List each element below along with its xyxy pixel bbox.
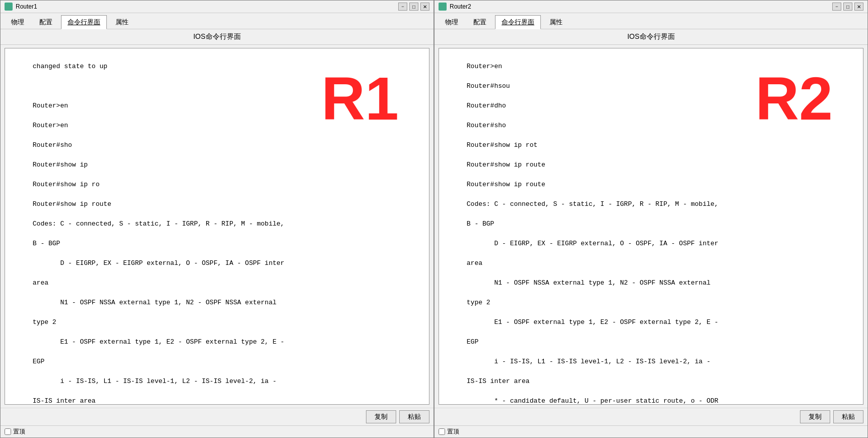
router1-paste-btn[interactable]: 粘贴 <box>399 410 429 423</box>
router1-line-13: type 2 <box>33 318 56 326</box>
router2-line-10: area <box>467 259 482 267</box>
router1-line-3: Router>en <box>33 122 68 129</box>
router1-copy-btn[interactable]: 复制 <box>366 410 396 423</box>
router1-pin-label[interactable]: 置顶 <box>5 427 25 436</box>
router1-content-area: changed state to up Router>en Router>en … <box>5 48 429 405</box>
router2-tab-wuli[interactable]: 物理 <box>439 15 465 29</box>
router2-line-3: Router#sho <box>467 122 506 129</box>
router2-maximize-btn[interactable]: □ <box>843 3 852 11</box>
router1-maximize-btn[interactable]: □ <box>409 3 418 11</box>
router2-pin-label[interactable]: 置顶 <box>439 427 459 436</box>
router1-line-14: E1 - OSPF external type 1, E2 - OSPF ext… <box>33 338 284 346</box>
router2-pin-checkbox[interactable] <box>439 428 445 435</box>
router1-pin-text: 置顶 <box>13 427 25 436</box>
router1-line-17: IS-IS inter area <box>33 397 96 405</box>
router2-footer: 置顶 <box>435 425 867 437</box>
router2-tab-bar: 物理 配置 命令行界面 属性 <box>435 13 867 29</box>
router1-pin-checkbox[interactable] <box>5 428 11 435</box>
router2-title-left: Router2 <box>439 3 471 11</box>
router2-line-1: Router#hsou <box>467 82 510 90</box>
router1-minimize-btn[interactable]: － <box>398 3 407 11</box>
router2-icon <box>439 3 447 11</box>
router1-line-7: Router#show ip route <box>33 200 111 208</box>
router1-footer: 置顶 <box>1 425 433 437</box>
router2-line-5: Router#show ip route <box>467 161 545 169</box>
router1-icon <box>5 3 13 11</box>
router1-tab-peizhi[interactable]: 配置 <box>33 15 59 29</box>
router1-ios-title: IOS命令行界面 <box>1 29 433 45</box>
router1-tab-shuxing[interactable]: 属性 <box>109 15 135 29</box>
router1-line-11: area <box>33 279 48 287</box>
router2-bottom-bar: 复制 粘贴 <box>435 408 867 425</box>
router2-copy-btn[interactable]: 复制 <box>800 410 830 423</box>
router2-line-15: i - IS-IS, L1 - IS-IS level-1, L2 - IS-I… <box>467 358 711 365</box>
router2-line-8: B - BGP <box>467 220 494 228</box>
router2-line-0: Router>en <box>467 63 502 70</box>
router1-line-16: i - IS-IS, L1 - IS-IS level-1, L2 - IS-I… <box>33 377 277 385</box>
router2-line-7: Codes: C - connected, S - static, I - IG… <box>467 200 718 208</box>
router1-tab-bar: 物理 配置 命令行界面 属性 <box>1 13 433 29</box>
router2-line-4: Router#show ip rot <box>467 141 537 149</box>
router1-line-6: Router#show ip ro <box>33 181 100 188</box>
router1-titlebar: Router1 － □ ✕ <box>1 1 433 13</box>
router1-line-12: N1 - OSPF NSSA external type 1, N2 - OSP… <box>33 299 277 306</box>
router1-line-15: EGP <box>33 358 44 365</box>
router2-ios-title: IOS命令行界面 <box>435 29 867 45</box>
router1-line-5: Router#show ip <box>33 161 88 169</box>
router1-line-8: Codes: C - connected, S - static, I - IG… <box>33 220 284 228</box>
router2-close-btn[interactable]: ✕ <box>854 3 863 11</box>
router2-window: Router2 － □ ✕ 物理 配置 命令行界面 属性 IOS命令行界面 Ro… <box>434 0 868 438</box>
router2-line-6: Router#show ip route <box>467 181 545 188</box>
router1-bottom-bar: 复制 粘贴 <box>1 408 433 425</box>
router1-terminal[interactable]: changed state to up Router>en Router>en … <box>5 48 429 404</box>
router1-title-left: Router1 <box>5 3 37 11</box>
router2-tab-peizhi[interactable]: 配置 <box>467 15 493 29</box>
router1-controls: － □ ✕ <box>398 3 429 11</box>
router2-controls: － □ ✕ <box>832 3 863 11</box>
router1-line-4: Router#sho <box>33 141 72 149</box>
router2-terminal[interactable]: Router>en Router#hsou Router#dho Router#… <box>439 48 863 404</box>
router2-line-12: type 2 <box>467 299 490 306</box>
router2-line-11: N1 - OSPF NSSA external type 1, N2 - OSP… <box>467 279 711 287</box>
router1-title: Router1 <box>16 3 37 10</box>
router2-line-16: IS-IS inter area <box>467 377 530 385</box>
router2-line-14: EGP <box>467 338 478 346</box>
router1-line-2: Router>en <box>33 102 68 110</box>
router2-line-13: E1 - OSPF external type 1, E2 - OSPF ext… <box>467 318 718 326</box>
router2-tab-shuxing[interactable]: 属性 <box>543 15 569 29</box>
router1-tab-cli[interactable]: 命令行界面 <box>61 15 107 29</box>
router1-line-0: changed state to up <box>33 63 107 70</box>
router2-titlebar: Router2 － □ ✕ <box>435 1 867 13</box>
router1-close-btn[interactable]: ✕ <box>420 3 429 11</box>
router2-pin-text: 置顶 <box>447 427 459 436</box>
router2-paste-btn[interactable]: 粘贴 <box>833 410 863 423</box>
router2-tab-cli[interactable]: 命令行界面 <box>495 15 541 29</box>
router2-line-9: D - EIGRP, EX - EIGRP external, O - OSPF… <box>467 240 718 247</box>
router2-line-17: * - candidate default, U - per-user stat… <box>467 397 718 405</box>
router2-minimize-btn[interactable]: － <box>832 3 841 11</box>
router2-content-area: Router>en Router#hsou Router#dho Router#… <box>439 48 863 405</box>
router2-title: Router2 <box>450 3 471 10</box>
router1-tab-wuli[interactable]: 物理 <box>5 15 31 29</box>
router1-line-9: B - BGP <box>33 240 60 247</box>
router1-line-10: D - EIGRP, EX - EIGRP external, O - OSPF… <box>33 259 284 267</box>
router1-window: Router1 － □ ✕ 物理 配置 命令行界面 属性 IOS命令行界面 ch… <box>0 0 434 438</box>
router2-line-2: Router#dho <box>467 102 506 110</box>
